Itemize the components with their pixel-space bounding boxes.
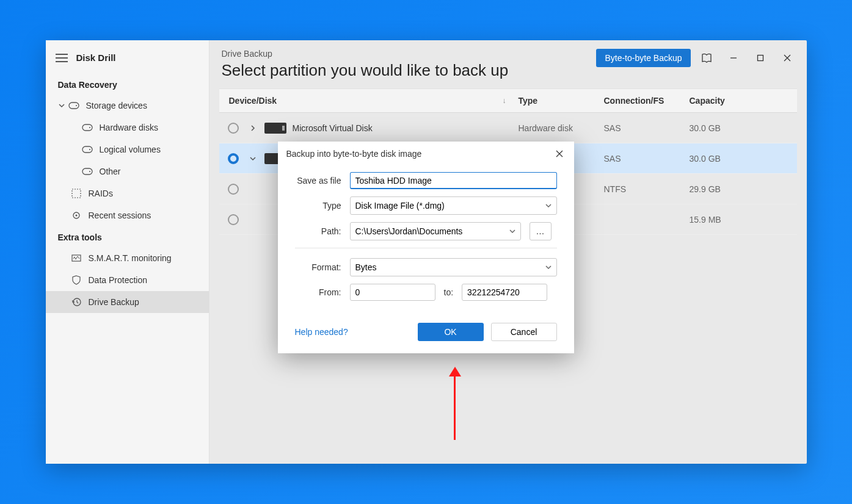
- format-select[interactable]: Bytes: [350, 258, 557, 276]
- dialog-close-button[interactable]: [553, 148, 566, 160]
- annotation-arrow-icon: [449, 367, 461, 440]
- dialog-title: Backup into byte-to-byte disk image: [286, 149, 422, 159]
- format-label: Format:: [295, 262, 350, 272]
- help-link[interactable]: Help needed?: [295, 327, 348, 337]
- chevron-down-icon: [545, 203, 552, 208]
- from-input[interactable]: [350, 284, 435, 301]
- browse-button[interactable]: ...: [530, 222, 552, 240]
- backup-dialog: Backup into byte-to-byte disk image Save…: [278, 142, 574, 353]
- from-label: From:: [295, 287, 350, 297]
- type-select[interactable]: Disk Image File (*.dmg): [350, 196, 557, 215]
- format-value: Bytes: [355, 262, 377, 272]
- chevron-down-icon: [545, 265, 552, 270]
- to-label: to:: [444, 287, 454, 297]
- app-window: Disk Drill Data Recovery Storage devices…: [46, 40, 807, 464]
- divider: [295, 248, 557, 248]
- to-input[interactable]: [462, 284, 547, 301]
- path-select[interactable]: C:\Users\Jordan\Documents: [350, 222, 521, 240]
- type-value: Disk Image File (*.dmg): [355, 201, 445, 211]
- save-as-label: Save as file: [295, 176, 350, 185]
- cancel-button[interactable]: Cancel: [491, 323, 557, 341]
- path-label: Path:: [295, 226, 350, 236]
- modal-overlay: Backup into byte-to-byte disk image Save…: [46, 40, 807, 464]
- chevron-down-icon: [509, 229, 515, 234]
- type-label: Type: [295, 201, 350, 211]
- ok-button[interactable]: OK: [418, 323, 484, 341]
- path-value: C:\Users\Jordan\Documents: [355, 226, 463, 236]
- save-as-input[interactable]: [350, 172, 557, 189]
